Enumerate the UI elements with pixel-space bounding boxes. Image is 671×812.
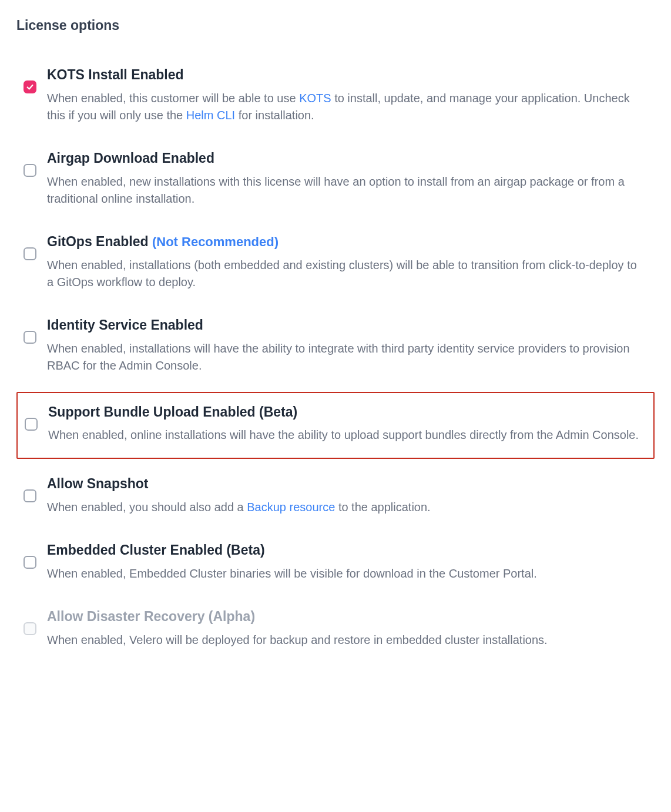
option-row-identity-service: Identity Service EnabledWhen enabled, in… (16, 306, 655, 390)
option-row-kots-install: KOTS Install EnabledWhen enabled, this c… (16, 56, 655, 139)
option-title-text: Airgap Download Enabled (47, 150, 214, 166)
option-desc-text: When enabled, online installations will … (48, 428, 639, 441)
option-title-allow-snapshot: Allow Snapshot (47, 475, 643, 493)
option-desc-allow-snapshot: When enabled, you should also add a Back… (47, 499, 643, 516)
option-desc-text: to the application. (335, 501, 430, 514)
option-title-kots-install: KOTS Install Enabled (47, 66, 643, 84)
option-title-text: KOTS Install Enabled (47, 67, 184, 82)
option-desc-identity-service: When enabled, installations will have th… (47, 340, 643, 374)
option-desc-link[interactable]: KOTS (299, 92, 331, 105)
option-row-allow-disaster-recovery: Allow Disaster Recovery (Alpha)When enab… (16, 598, 655, 664)
option-row-airgap-download: Airgap Download EnabledWhen enabled, new… (16, 139, 655, 223)
checkbox-wrap (21, 233, 36, 263)
option-title-identity-service: Identity Service Enabled (47, 317, 643, 334)
checkbox-wrap (21, 608, 36, 637)
option-desc-text: When enabled, Embedded Cluster binaries … (47, 567, 537, 580)
option-desc-support-bundle-upload: When enabled, online installations will … (48, 427, 642, 444)
option-title-suffix-link[interactable]: (Not Recommended) (152, 234, 279, 249)
checkbox-airgap-download[interactable] (24, 164, 36, 177)
option-desc-text: When enabled, installations (both embedd… (47, 259, 637, 288)
option-title-text: Support Bundle Upload Enabled (Beta) (48, 404, 297, 420)
option-desc-link[interactable]: Backup resource (247, 501, 335, 514)
option-desc-text: When enabled, new installations with thi… (47, 175, 625, 205)
option-title-gitops: GitOps Enabled (Not Recommended) (47, 233, 643, 251)
option-title-text: Allow Snapshot (47, 476, 149, 491)
option-desc-text: When enabled, this customer will be able… (47, 92, 299, 105)
option-title-text: Embedded Cluster Enabled (Beta) (47, 542, 265, 558)
option-desc-text: for installation. (235, 109, 314, 122)
option-body: Allow SnapshotWhen enabled, you should a… (47, 475, 650, 516)
checkbox-embedded-cluster[interactable] (24, 556, 36, 569)
checkbox-wrap (22, 404, 38, 433)
option-row-gitops: GitOps Enabled (Not Recommended)When ena… (16, 223, 655, 306)
option-body: Airgap Download EnabledWhen enabled, new… (47, 150, 650, 207)
option-desc-kots-install: When enabled, this customer will be able… (47, 90, 643, 124)
checkbox-allow-snapshot[interactable] (24, 489, 36, 502)
option-desc-text: When enabled, you should also add a (47, 501, 247, 514)
checkbox-gitops[interactable] (24, 247, 36, 260)
option-title-support-bundle-upload: Support Bundle Upload Enabled (Beta) (48, 404, 642, 421)
checkbox-wrap (21, 150, 36, 179)
option-body: KOTS Install EnabledWhen enabled, this c… (47, 66, 650, 124)
option-row-support-bundle-upload: Support Bundle Upload Enabled (Beta)When… (16, 392, 655, 459)
options-list: KOTS Install EnabledWhen enabled, this c… (16, 56, 655, 664)
option-desc-text: When enabled, Velero will be deployed fo… (47, 633, 548, 646)
option-body: Support Bundle Upload Enabled (Beta)When… (48, 404, 649, 444)
option-body: Identity Service EnabledWhen enabled, in… (47, 317, 650, 374)
checkbox-kots-install[interactable] (24, 80, 36, 93)
option-body: Allow Disaster Recovery (Alpha)When enab… (47, 608, 650, 649)
checkbox-identity-service[interactable] (24, 331, 36, 344)
checkbox-wrap (21, 317, 36, 346)
option-title-allow-disaster-recovery: Allow Disaster Recovery (Alpha) (47, 608, 643, 626)
option-row-embedded-cluster: Embedded Cluster Enabled (Beta)When enab… (16, 531, 655, 598)
option-title-embedded-cluster: Embedded Cluster Enabled (Beta) (47, 542, 643, 559)
checkbox-wrap (21, 475, 36, 505)
option-body: GitOps Enabled (Not Recommended)When ena… (47, 233, 650, 291)
option-desc-allow-disaster-recovery: When enabled, Velero will be deployed fo… (47, 632, 643, 649)
checkbox-wrap (21, 542, 36, 571)
checkbox-wrap (21, 66, 36, 93)
option-desc-link[interactable]: Helm CLI (186, 109, 235, 122)
check-icon (26, 83, 34, 91)
option-desc-text: When enabled, installations will have th… (47, 342, 630, 372)
option-title-text: Identity Service Enabled (47, 317, 203, 333)
checkbox-allow-disaster-recovery (24, 622, 36, 635)
option-title-airgap-download: Airgap Download Enabled (47, 150, 643, 167)
option-title-text: Allow Disaster Recovery (Alpha) (47, 609, 255, 624)
checkbox-support-bundle-upload[interactable] (25, 418, 38, 431)
option-body: Embedded Cluster Enabled (Beta)When enab… (47, 542, 650, 582)
section-title: License options (16, 18, 655, 33)
option-desc-airgap-download: When enabled, new installations with thi… (47, 173, 643, 207)
option-desc-gitops: When enabled, installations (both embedd… (47, 257, 643, 291)
option-row-allow-snapshot: Allow SnapshotWhen enabled, you should a… (16, 465, 655, 531)
option-title-text: GitOps Enabled (47, 234, 149, 249)
option-desc-embedded-cluster: When enabled, Embedded Cluster binaries … (47, 565, 643, 582)
